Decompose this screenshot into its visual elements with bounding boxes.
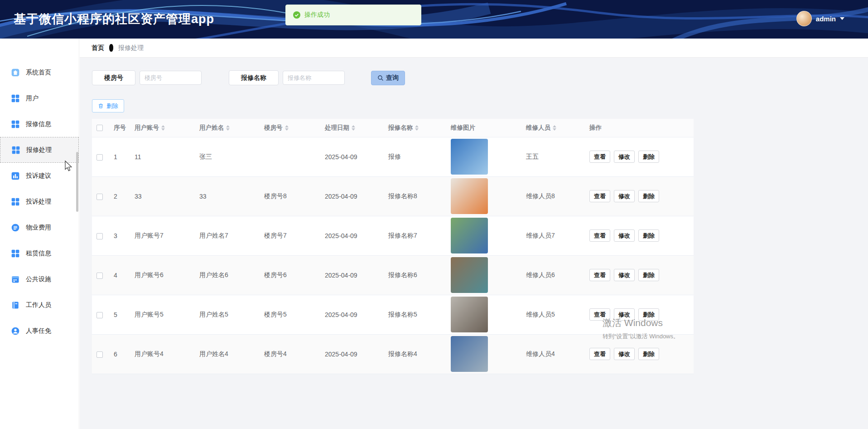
- select-all-checkbox[interactable]: [96, 125, 103, 131]
- sidebar-item-8[interactable]: 公共设施: [0, 266, 79, 292]
- table-header-row: 序号用户账号用户姓名楼房号处理日期报修名称维修图片维修人员操作: [92, 119, 694, 137]
- delete-button[interactable]: 删除: [638, 348, 659, 360]
- bulk-delete-label: 删除: [106, 102, 118, 110]
- row-checkbox[interactable]: [96, 233, 103, 239]
- column-header-0: 序号: [109, 119, 130, 137]
- grid-icon: [11, 94, 20, 103]
- query-button[interactable]: 查询: [371, 71, 405, 85]
- view-button[interactable]: 查看: [589, 151, 610, 163]
- column-label: 楼房号: [264, 124, 283, 131]
- sidebar-item-0[interactable]: 系统首页: [0, 59, 79, 85]
- calendar-icon: [11, 275, 20, 284]
- cell-account: 用户账号7: [130, 216, 195, 255]
- sidebar-item-6[interactable]: 物业费用: [0, 214, 79, 240]
- sort-icon[interactable]: [352, 123, 355, 132]
- repair-photo[interactable]: [451, 336, 488, 372]
- windows-activation-watermark: 激活 Windows 转到“设置”以激活 Windows。: [603, 317, 679, 341]
- cell-date: 2025-04-09: [320, 176, 384, 216]
- view-button[interactable]: 查看: [589, 269, 610, 281]
- column-label: 操作: [589, 124, 602, 131]
- delete-button[interactable]: 删除: [638, 151, 659, 163]
- sidebar-item-10[interactable]: 人事任免: [0, 318, 79, 344]
- sidebar-item-9[interactable]: 工作人员: [0, 292, 79, 318]
- row-checkbox[interactable]: [96, 312, 103, 318]
- filter-row: 楼房号 报修名称 查询: [92, 70, 855, 85]
- cell-date: 2025-04-09: [320, 216, 384, 255]
- cell-account: 11: [130, 137, 195, 176]
- view-button[interactable]: 查看: [589, 229, 610, 242]
- delete-button[interactable]: 删除: [638, 190, 659, 202]
- sidebar-item-label: 公共设施: [26, 275, 51, 283]
- column-header-6: 维修图片: [446, 119, 521, 137]
- edit-button[interactable]: 修改: [614, 151, 635, 163]
- table-row: 111张三2025-04-09报修王五查看修改删除: [92, 137, 694, 176]
- column-label: 报修名称: [388, 124, 413, 131]
- cell-name: 用户姓名5: [195, 295, 260, 334]
- repair-photo[interactable]: [451, 297, 488, 332]
- success-check-icon: [293, 11, 300, 19]
- row-checkbox[interactable]: [96, 194, 103, 200]
- building-input[interactable]: [140, 71, 202, 85]
- repair-photo[interactable]: [451, 178, 488, 214]
- watermark-line1: 激活 Windows: [603, 317, 679, 329]
- watermark-line2: 转到“设置”以激活 Windows。: [603, 332, 679, 341]
- breadcrumb-home[interactable]: 首页: [92, 44, 104, 52]
- sidebar-item-3[interactable]: 报修处理: [0, 137, 79, 163]
- repair-photo[interactable]: [451, 218, 488, 253]
- edit-button[interactable]: 修改: [614, 190, 635, 202]
- cell-repair: 报修: [384, 137, 446, 176]
- delete-button[interactable]: 删除: [638, 229, 659, 242]
- sidebar-item-2[interactable]: 报修信息: [0, 111, 79, 137]
- view-button[interactable]: 查看: [589, 348, 610, 360]
- view-button[interactable]: 查看: [589, 190, 610, 202]
- cell-account: 用户账号4: [130, 334, 195, 374]
- app-title: 基于微信小程序的社区资产管理app: [14, 11, 214, 27]
- search-icon: [377, 75, 384, 81]
- column-header-1[interactable]: 用户账号: [130, 119, 195, 137]
- building-filter-label-button[interactable]: 楼房号: [92, 70, 135, 85]
- table-row: 23333楼房号82025-04-09报修名称8维修人员8查看修改删除: [92, 176, 694, 216]
- user-menu[interactable]: admin: [796, 11, 844, 26]
- row-checkbox[interactable]: [96, 154, 103, 161]
- repair-photo[interactable]: [451, 139, 488, 175]
- edit-button[interactable]: 修改: [614, 229, 635, 242]
- edit-button[interactable]: 修改: [614, 348, 635, 360]
- column-header-2[interactable]: 用户姓名: [195, 119, 260, 137]
- grid-icon: [11, 249, 20, 258]
- username: admin: [816, 15, 836, 23]
- edit-button[interactable]: 修改: [614, 269, 635, 281]
- cell-building: 楼房号6: [260, 255, 320, 295]
- cell-worker: 维修人员8: [521, 176, 585, 216]
- repair-photo[interactable]: [451, 257, 488, 293]
- column-header-4[interactable]: 处理日期: [320, 119, 384, 137]
- delete-button[interactable]: 删除: [638, 269, 659, 281]
- cell-index: 1: [109, 137, 130, 176]
- column-header-3[interactable]: 楼房号: [260, 119, 320, 137]
- row-checkbox[interactable]: [96, 351, 103, 358]
- sidebar-item-label: 报修处理: [26, 146, 52, 154]
- breadcrumb-separator-icon: [109, 44, 113, 52]
- avatar[interactable]: [796, 11, 812, 26]
- column-header-5[interactable]: 报修名称: [384, 119, 446, 137]
- cell-repair: 报修名称7: [384, 216, 446, 255]
- sidebar-item-5[interactable]: 投诉处理: [0, 189, 79, 214]
- repair-name-filter-label-button[interactable]: 报修名称: [229, 70, 279, 85]
- cell-index: 5: [109, 295, 130, 334]
- sort-icon[interactable]: [285, 123, 289, 132]
- sort-icon[interactable]: [553, 123, 556, 132]
- bulk-delete-button[interactable]: 删除: [92, 99, 124, 112]
- cell-worker: 维修人员6: [521, 255, 585, 295]
- sidebar-item-label: 系统首页: [26, 68, 51, 77]
- sidebar-item-1[interactable]: 用户: [0, 85, 79, 111]
- sort-icon[interactable]: [415, 123, 419, 132]
- cell-building: [260, 137, 320, 176]
- row-checkbox[interactable]: [96, 273, 103, 279]
- grid-icon: [11, 120, 20, 129]
- cell-worker: 维修人员5: [521, 295, 585, 334]
- sort-icon[interactable]: [226, 123, 230, 132]
- sidebar-scrollbar[interactable]: [76, 152, 78, 212]
- column-header-7[interactable]: 维修人员: [521, 119, 585, 137]
- repair-name-input[interactable]: [283, 71, 345, 85]
- sort-icon[interactable]: [161, 123, 165, 132]
- sidebar-item-7[interactable]: 租赁信息: [0, 240, 79, 266]
